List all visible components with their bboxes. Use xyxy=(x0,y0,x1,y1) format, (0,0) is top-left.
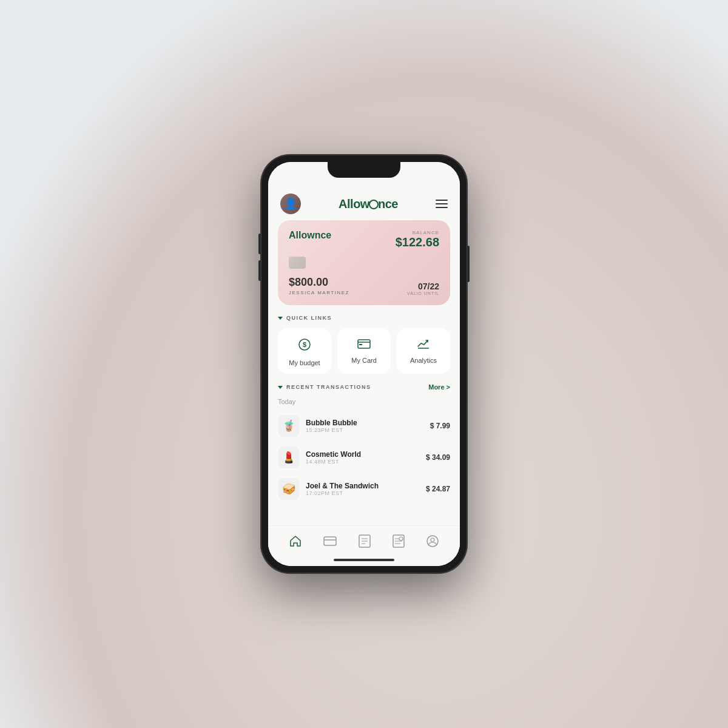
app-body: Allownce BALANCE $122.68 $800.00 JESS xyxy=(268,220,460,525)
transaction-name-cosmetic: Cosmetic World xyxy=(306,450,420,459)
quick-link-card-label: My Card xyxy=(351,357,377,364)
transaction-item[interactable]: 🥪 Joel & The Sandwich 17:02PM EST $ 24.8… xyxy=(278,473,450,505)
cosmetic-emoji: 💄 xyxy=(282,451,295,464)
expiry-date: 07/22 xyxy=(407,281,439,291)
nav-card-icon xyxy=(323,536,337,547)
transaction-info-cosmetic: Cosmetic World 14:48M EST xyxy=(306,450,420,465)
card-holder-name: JESSICA MARTINEZ xyxy=(289,290,349,295)
sandwich-emoji: 🥪 xyxy=(282,482,295,496)
svg-text:$: $ xyxy=(303,341,306,348)
transaction-name-bubble: Bubble Bubble xyxy=(306,419,424,427)
transactions-chevron-icon xyxy=(278,386,283,389)
nav-profile[interactable] xyxy=(421,532,444,550)
nav-budget-list[interactable] xyxy=(388,532,410,550)
card-icon xyxy=(357,338,371,352)
nav-transactions-list[interactable] xyxy=(354,532,376,550)
profile-icon xyxy=(426,534,439,548)
budget-icon: $ xyxy=(298,338,311,354)
transactions-title-group: RECENT TRANSACTIONS xyxy=(278,384,371,390)
transaction-time-bubble: 15:23PM EST xyxy=(306,427,424,433)
transaction-amount-cosmetic: $ 34.09 xyxy=(426,453,450,462)
logo-o-icon xyxy=(369,200,379,209)
quick-link-card[interactable]: My Card xyxy=(337,328,391,374)
transaction-icon-cosmetic: 💄 xyxy=(278,447,300,468)
vol-down-button xyxy=(258,260,261,281)
analytics-icon xyxy=(417,338,430,352)
card-top: Allownce BALANCE $122.68 xyxy=(289,230,439,249)
transaction-info-bubble: Bubble Bubble 15:23PM EST xyxy=(306,419,424,433)
bottom-nav xyxy=(268,525,460,554)
quick-link-analytics-label: Analytics xyxy=(410,357,437,364)
transaction-amount-bubble: $ 7.99 xyxy=(430,422,450,430)
transaction-item[interactable]: 💄 Cosmetic World 14:48M EST $ 34.09 xyxy=(278,442,450,473)
transaction-time-sandwich: 17:02PM EST xyxy=(306,490,420,496)
quick-links-title: QUICK LINKS xyxy=(286,315,332,321)
bubble-emoji: 🧋 xyxy=(282,419,295,433)
menu-button[interactable] xyxy=(436,200,448,208)
nav-home[interactable] xyxy=(284,532,307,550)
card-balance-section: BALANCE $122.68 xyxy=(396,230,439,249)
card-holder-info: $800.00 JESSICA MARTINEZ xyxy=(289,276,349,295)
balance-label: BALANCE xyxy=(396,230,439,235)
transaction-icon-sandwich: 🥪 xyxy=(278,478,300,500)
app-logo: Allownce xyxy=(339,197,398,211)
home-indicator xyxy=(268,554,460,566)
balance-card: Allownce BALANCE $122.68 $800.00 JESS xyxy=(278,220,450,305)
quick-links-grid: $ My budget xyxy=(278,328,450,374)
transaction-time-cosmetic: 14:48M EST xyxy=(306,459,420,465)
transaction-icon-bubble: 🧋 xyxy=(278,415,300,437)
phone-shell: 👤 Allownce Allownce xyxy=(261,155,467,573)
transaction-info-sandwich: Joel & The Sandwich 17:02PM EST xyxy=(306,482,420,496)
quick-link-analytics[interactable]: Analytics xyxy=(397,328,450,374)
nav-card[interactable] xyxy=(318,533,342,549)
user-avatar[interactable]: 👤 xyxy=(280,194,301,214)
budget-list-icon xyxy=(393,534,405,548)
svg-rect-6 xyxy=(324,537,336,545)
card-expiry: 07/22 VALID UNTIL xyxy=(407,281,439,295)
app-header: 👤 Allownce xyxy=(268,189,460,220)
transaction-name-sandwich: Joel & The Sandwich xyxy=(306,482,420,490)
phone-screen: 👤 Allownce Allownce xyxy=(268,162,460,566)
card-chip xyxy=(289,257,306,269)
power-button xyxy=(467,246,470,282)
home-icon xyxy=(289,534,302,548)
card-amount: $800.00 xyxy=(289,276,349,289)
transaction-item[interactable]: 🧋 Bubble Bubble 15:23PM EST $ 7.99 xyxy=(278,410,450,442)
svg-rect-4 xyxy=(359,344,362,345)
transactions-date: Today xyxy=(278,398,450,405)
svg-point-16 xyxy=(399,537,403,541)
card-brand-logo: Allownce xyxy=(289,230,331,241)
more-link[interactable]: More > xyxy=(428,383,450,391)
list-icon xyxy=(359,534,371,548)
quick-link-budget[interactable]: $ My budget xyxy=(278,328,331,374)
vol-up-button xyxy=(258,234,261,254)
transactions-header: RECENT TRANSACTIONS More > xyxy=(278,383,450,391)
quick-link-budget-label: My budget xyxy=(289,359,320,366)
balance-amount: $122.68 xyxy=(396,235,439,249)
expiry-label: VALID UNTIL xyxy=(407,291,439,295)
app-content: 👤 Allownce Allownce xyxy=(268,189,460,566)
status-bar xyxy=(268,162,460,189)
home-bar xyxy=(334,559,394,561)
quick-links-chevron-icon xyxy=(278,317,283,320)
scene: 👤 Allownce Allownce xyxy=(261,155,467,573)
transactions-title: RECENT TRANSACTIONS xyxy=(286,384,371,390)
quick-links-header: QUICK LINKS xyxy=(278,315,450,321)
transaction-amount-sandwich: $ 24.87 xyxy=(426,485,450,493)
svg-point-18 xyxy=(431,538,434,542)
card-bottom: $800.00 JESSICA MARTINEZ 07/22 VALID UNT… xyxy=(289,276,439,295)
